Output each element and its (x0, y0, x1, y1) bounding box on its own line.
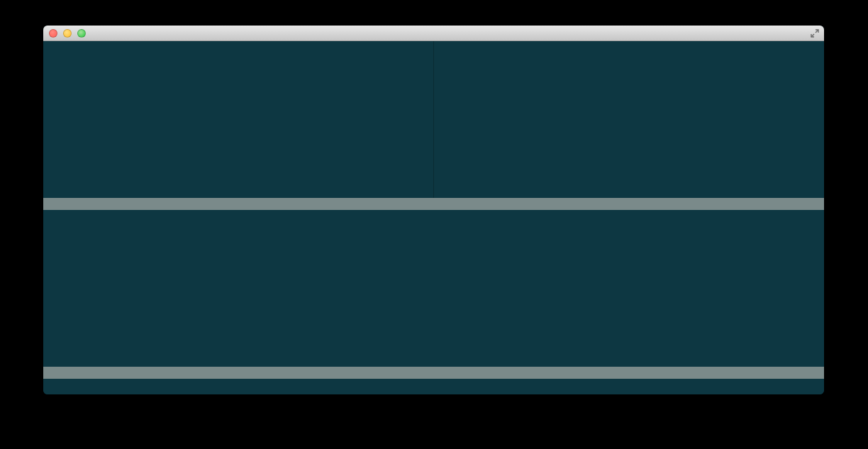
status-filename (43, 198, 719, 210)
status-position (790, 198, 824, 210)
source-pane[interactable] (43, 41, 824, 198)
inputlist-pane[interactable] (43, 210, 824, 367)
vim-window (43, 26, 824, 394)
zoom-icon[interactable] (77, 29, 86, 38)
traffic-lights (43, 29, 86, 38)
close-icon[interactable] (49, 29, 57, 38)
status-cursor (719, 367, 790, 379)
status-position (790, 367, 824, 379)
source-statusline (43, 198, 824, 210)
titlebar[interactable] (43, 26, 824, 41)
vertical-split[interactable] (433, 41, 434, 198)
inputlist-statusline (43, 367, 824, 379)
command-line[interactable] (43, 379, 824, 391)
minimize-icon[interactable] (63, 29, 72, 38)
status-cursor (719, 198, 790, 210)
fullscreen-icon[interactable] (810, 28, 820, 38)
status-filename (43, 367, 719, 379)
editor-area[interactable] (43, 41, 824, 394)
